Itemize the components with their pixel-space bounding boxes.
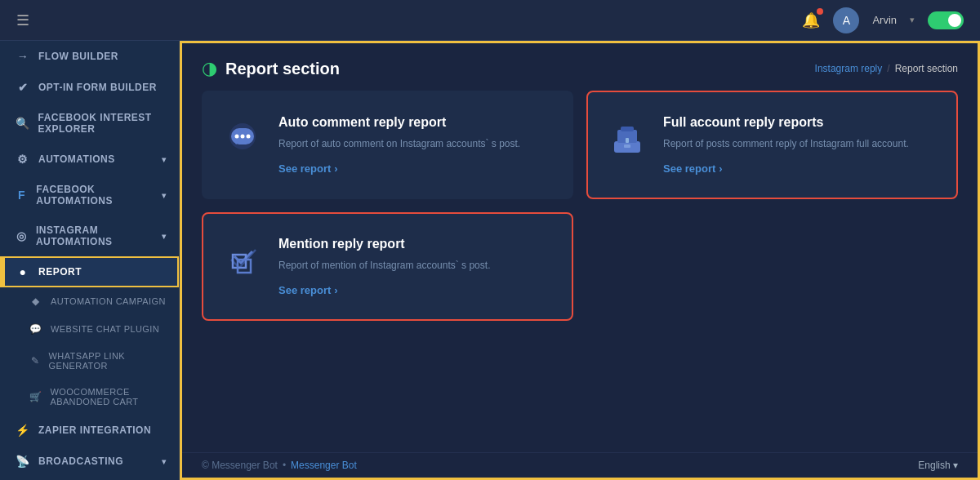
breadcrumb-current: Report section [895,63,958,74]
sidebar-item-report[interactable]: ● Report [0,256,179,287]
header-left: ☰ [16,11,29,29]
avatar: A [833,7,859,33]
svg-rect-10 [626,138,629,143]
full-account-content: Full account reply reports Report of pos… [663,115,937,175]
mention-desc: Report of mention of Instagram accounts`… [278,258,552,273]
chevron-right-icon-3: › [334,284,337,296]
footer: © Messenger Bot • Messenger Bot English … [182,452,978,478]
footer-separator: • [283,460,286,471]
auto-comment-reply-card[interactable]: Auto comment reply report Report of auto… [202,91,573,199]
sidebar-item-fb-automations[interactable]: f Facebook Automations ▾ [0,175,179,216]
sidebar-item-opt-in-form[interactable]: ✔ Opt-In Form Builder [0,72,179,103]
fb-automations-arrow: ▾ [162,191,167,200]
broadcasting-icon: 📡 [16,455,30,468]
auto-comment-title: Auto comment reply report [278,115,552,130]
broadcasting-arrow: ▾ [162,457,167,466]
instagram-automations-arrow: ▾ [162,232,167,241]
opt-in-icon: ✔ [16,81,30,94]
page-title-area: ◑ Report section [202,58,340,79]
header-right: 🔔 A Arvin ▾ [802,7,964,33]
language-selector[interactable]: English ▾ [918,460,958,471]
footer-brand: © Messenger Bot • Messenger Bot [202,460,357,471]
user-dropdown-arrow[interactable]: ▾ [910,15,915,25]
full-account-title: Full account reply reports [663,115,937,130]
page-title-icon: ◑ [202,58,217,79]
breadcrumb-parent[interactable]: Instagram reply [815,63,883,74]
website-chat-icon: 💬 [29,323,42,335]
zapier-icon: ⚡ [16,424,30,437]
search-icon: 🔍 [16,117,30,130]
chevron-right-icon-2: › [719,162,722,175]
mention-icon [223,240,262,287]
sidebar-item-zapier[interactable]: ⚡ Zapier Integration [0,415,179,446]
sidebar-item-website-chat[interactable]: 💬 Website Chat Plugin [0,315,179,343]
full-account-desc: Report of posts comment reply of Instagr… [663,136,937,151]
sidebar: → Flow Builder ✔ Opt-In Form Builder 🔍 F… [0,41,180,480]
page-title: Report section [225,60,340,78]
mention-link[interactable]: See report › [278,284,552,296]
footer-brand-link[interactable]: Messenger Bot [291,460,357,471]
sidebar-item-automations[interactable]: ⚙ Automations ▾ [0,144,179,175]
auto-comment-content: Auto comment reply report Report of auto… [278,115,552,175]
notification-badge [817,8,823,15]
svg-rect-8 [621,127,634,131]
auto-comment-icon [223,118,262,166]
sidebar-item-automation-campaign[interactable]: ◆ Automation Campaign [0,287,179,315]
breadcrumb-separator: / [887,63,889,74]
footer-copyright: © Messenger Bot [202,460,278,471]
content-spacer [182,340,978,452]
mention-title: Mention reply report [278,237,552,251]
user-name[interactable]: Arvin [872,14,897,26]
automation-campaign-icon: ◆ [29,296,42,307]
woocommerce-icon: 🛒 [29,391,42,402]
hamburger-icon[interactable]: ☰ [16,11,29,29]
svg-rect-9 [624,144,630,148]
svg-point-2 [235,135,239,139]
toggle-switch[interactable] [928,11,964,29]
chevron-right-icon: › [334,162,337,175]
instagram-icon: ◎ [16,229,28,242]
bell-icon[interactable]: 🔔 [802,11,820,29]
auto-comment-link[interactable]: See report › [278,162,552,175]
main-layout: → Flow Builder ✔ Opt-In Form Builder 🔍 F… [0,41,980,480]
mention-reply-card[interactable]: Mention reply report Report of mention o… [202,212,573,321]
svg-point-4 [247,135,251,139]
full-account-icon [608,118,647,165]
content-area: ◑ Report section Instagram reply / Repor… [180,41,980,480]
flow-builder-icon: → [16,50,30,63]
mention-content: Mention reply report Report of mention o… [278,237,552,296]
sidebar-item-flow-builder[interactable]: → Flow Builder [0,41,179,72]
sidebar-item-broadcasting[interactable]: 📡 Broadcasting ▾ [0,446,179,477]
cards-grid: Auto comment reply report Report of auto… [182,91,978,340]
automations-icon: ⚙ [16,153,30,166]
full-account-link[interactable]: See report › [663,162,937,175]
sidebar-item-fb-interest[interactable]: 🔍 Facebook Interest Explorer [0,103,179,144]
content-header: ◑ Report section Instagram reply / Repor… [182,43,978,91]
breadcrumb: Instagram reply / Report section [815,63,958,74]
sidebar-item-instagram-automations[interactable]: ◎ Instagram Automations ▾ [0,216,179,256]
auto-comment-desc: Report of auto comment on Instagram acco… [278,136,552,151]
report-icon: ● [16,265,30,278]
whatsapp-icon: ✎ [29,355,41,367]
sidebar-item-woocommerce[interactable]: 🛒 WooCommerce Abandoned Cart [0,379,179,415]
top-header: ☰ 🔔 A Arvin ▾ [0,0,980,41]
svg-point-3 [241,135,245,139]
full-account-reply-card[interactable]: Full account reply reports Report of pos… [586,91,958,199]
facebook-icon: f [16,189,28,202]
sidebar-item-whatsapp[interactable]: ✎ Whatsapp Link Generator [0,343,179,379]
automations-arrow: ▾ [162,155,167,164]
